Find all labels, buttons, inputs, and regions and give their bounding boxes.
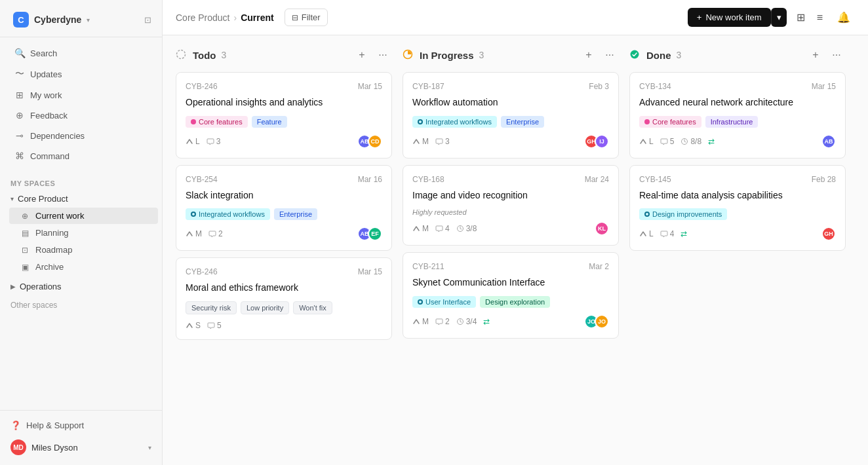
card-stat-priority: L (639, 137, 654, 146)
grid-view-button[interactable]: ⊞ (792, 8, 810, 27)
card-meta: CYB-246 Mar 15 (186, 82, 382, 91)
sidebar-item-mywork-label: My work (30, 90, 62, 100)
workspace-chevron-icon: ▾ (87, 16, 90, 24)
sidebar-item-mywork[interactable]: ⊞ My work (4, 85, 158, 105)
operations-header[interactable]: ▶ Operations (4, 278, 158, 295)
sidebar-item-updates-label: Updates (30, 69, 62, 79)
card[interactable]: CYB-168 Mar 24 Image and video recogniti… (403, 165, 619, 246)
card-tag[interactable]: Feature (252, 116, 287, 128)
help-support-item[interactable]: ❓ Help & Support (0, 416, 162, 435)
view-toggle-group: ⊞ ≡ (792, 8, 827, 27)
workspace-selector[interactable]: C Cyberdyne ▾ (8, 8, 95, 31)
column-add-button[interactable]: + (806, 46, 825, 64)
archive-icon: ▣ (20, 263, 30, 272)
core-product-children: ⊕ Current work ▤ Planning ⊡ Roadmap ▣ Ar… (5, 208, 162, 275)
breadcrumb-current: Current (241, 12, 274, 23)
card[interactable]: CYB-246 Mar 15 Operational insights and … (176, 72, 392, 158)
sidebar-header: C Cyberdyne ▾ ⊡ (0, 0, 162, 37)
tag-ring-icon (418, 119, 423, 124)
card-title: Advanced neural network architecture (639, 96, 836, 109)
card-date: Mar 16 (358, 175, 382, 184)
sidebar-item-archive-label: Archive (35, 262, 64, 272)
card-tag[interactable]: Core features (639, 116, 701, 128)
card-stat-progress: 3/4 (456, 317, 477, 326)
dependencies-icon: ⊸ (14, 130, 25, 141)
sidebar-item-dependencies[interactable]: ⊸ Dependencies (4, 126, 158, 145)
filter-button[interactable]: ⊟ Filter (285, 9, 328, 26)
sidebar-item-feedback[interactable]: ⊕ Feedback (4, 105, 158, 125)
list-view-button[interactable]: ≡ (812, 9, 827, 27)
kanban-board: Todo 3 + ··· CYB-246 Mar 15 Operational … (163, 35, 868, 465)
sidebar-item-search[interactable]: 🔍 Search (4, 43, 158, 63)
column-done: Done 3 + ··· CYB-134 Mar 15 Advanced neu… (629, 46, 846, 455)
card-id: CYB-246 (186, 82, 218, 91)
avatar: EF (368, 227, 382, 241)
card-tag[interactable]: Design exploration (480, 296, 550, 308)
column-menu-button[interactable]: ··· (374, 46, 392, 64)
card-stat-progress: 3/8 (456, 224, 477, 233)
breadcrumb-parent[interactable]: Core Product (176, 12, 229, 23)
avatar: CD (368, 134, 382, 149)
sidebar-item-planning[interactable]: ▤ Planning (9, 225, 158, 241)
card-tag[interactable]: Enterprise (274, 208, 317, 220)
card-tag[interactable]: Won't fix (293, 301, 332, 314)
card-tag[interactable]: Infrastructure (705, 116, 759, 128)
operations-name: Operations (20, 282, 62, 291)
card-title: Slack integration (186, 189, 382, 202)
card-tags: Integrated workflowsEnterprise (186, 208, 382, 220)
sidebar-toggle-button[interactable]: ⊡ (142, 12, 154, 28)
card-stat-priority: L (186, 137, 200, 146)
card-tag[interactable]: Core features (186, 116, 248, 128)
notifications-button[interactable]: 🔔 (833, 8, 855, 27)
card-date: Mar 15 (358, 267, 382, 276)
sidebar-item-updates[interactable]: 〜 Updates (4, 64, 158, 84)
card-footer: S5 (186, 321, 382, 330)
card-tag[interactable]: Enterprise (501, 116, 544, 128)
card-stat-comments: 2 (435, 317, 450, 326)
card[interactable]: CYB-145 Feb 28 Real-time data analysis c… (629, 165, 846, 251)
card[interactable]: CYB-254 Mar 16 Slack integration Integra… (176, 165, 392, 251)
card-avatars: KL (595, 221, 609, 236)
column-menu-button[interactable]: ··· (601, 46, 619, 64)
card-stat-priority: M (186, 229, 202, 238)
sidebar-item-command[interactable]: ⌘ Command (4, 146, 158, 166)
card-footer: L58/8⇄ AB (639, 134, 836, 149)
card-tag[interactable]: Security risk (186, 301, 237, 314)
user-profile-item[interactable]: MD Miles Dyson ▾ (0, 435, 162, 460)
card-avatars: GHIJ (584, 134, 609, 149)
card-date: Mar 24 (585, 175, 609, 184)
card-tag[interactable]: Design improvements (639, 208, 727, 220)
card-date: Feb 28 (812, 175, 836, 184)
card-meta: CYB-254 Mar 16 (186, 175, 382, 184)
card-avatars: GH (821, 227, 836, 241)
card-meta: CYB-168 Mar 24 (412, 175, 609, 184)
card[interactable]: CYB-246 Mar 15 Moral and ethics framewor… (176, 257, 392, 340)
card-tags: Core featuresInfrastructure (639, 116, 836, 128)
sidebar-item-archive[interactable]: ▣ Archive (9, 259, 158, 275)
column-todo: Todo 3 + ··· CYB-246 Mar 15 Operational … (176, 46, 392, 455)
sidebar-item-feedback-label: Feedback (30, 111, 68, 121)
card-tag[interactable]: Integrated workflows (186, 208, 270, 220)
svg-point-4 (631, 50, 639, 58)
card[interactable]: CYB-134 Mar 15 Advanced neural network a… (629, 72, 846, 158)
sidebar: C Cyberdyne ▾ ⊡ 🔍 Search 〜 Updates ⊞ My … (0, 0, 163, 465)
column-count: 3 (222, 50, 227, 60)
sidebar-item-current-work[interactable]: ⊕ Current work (9, 208, 158, 224)
card-tag[interactable]: Low priority (241, 301, 289, 314)
card-id: CYB-134 (639, 82, 671, 91)
card-footer: M2 ABEF (186, 227, 382, 241)
column-add-button[interactable]: + (353, 46, 371, 64)
new-work-item-button[interactable]: + New work item (688, 8, 771, 27)
workspace-icon: C (13, 12, 29, 28)
card-tag[interactable]: Integrated workflows (412, 116, 497, 128)
card[interactable]: CYB-187 Feb 3 Workflow automation Integr… (403, 72, 619, 158)
card[interactable]: CYB-211 Mar 2 Skynet Communication Inter… (403, 252, 619, 339)
core-product-header[interactable]: ▾ Core Product (4, 191, 158, 207)
sidebar-item-roadmap[interactable]: ⊡ Roadmap (9, 242, 158, 258)
new-item-dropdown-button[interactable]: ▾ (771, 8, 787, 27)
tag-ring-icon (191, 212, 196, 217)
column-menu-button[interactable]: ··· (827, 46, 846, 64)
card-tag[interactable]: User Interface (412, 296, 476, 308)
column-add-button[interactable]: + (580, 46, 598, 64)
card-meta: CYB-187 Feb 3 (412, 82, 609, 91)
